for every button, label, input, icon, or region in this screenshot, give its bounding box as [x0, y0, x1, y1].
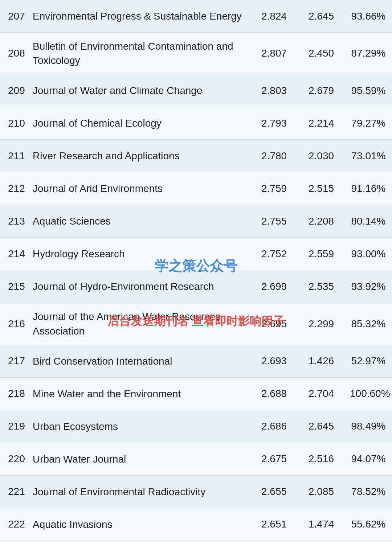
journal-name: Journal of Arid Environments [25, 175, 250, 202]
impact-factor: 2.675 [250, 447, 298, 471]
impact-factor: 2.793 [250, 111, 298, 136]
percentile: 91.16% [345, 176, 392, 201]
journal-name: Urban Ecosystems [25, 413, 250, 440]
five-year-if: 2.645 [298, 4, 345, 29]
impact-factor: 2.824 [250, 4, 298, 29]
five-year-if: 2.559 [298, 242, 345, 266]
five-year-if: 2.030 [298, 144, 345, 168]
table-row: 211 River Research and Applications 2.78… [0, 140, 392, 172]
journal-name: Journal of Hydro-Environment Research [25, 273, 250, 300]
table-row: 219 Urban Ecosystems 2.686 2.645 98.49% [0, 410, 392, 443]
row-number: 220 [0, 447, 25, 471]
five-year-if: 2.535 [298, 274, 345, 299]
journal-name: Urban Water Journal [25, 446, 250, 473]
table-row: 215 Journal of Hydro-Environment Researc… [0, 270, 392, 303]
journal-name: Bulletin of Environmental Contamination … [25, 33, 250, 74]
percentile: 79.27% [345, 111, 392, 136]
five-year-if: 2.704 [298, 381, 345, 406]
five-year-if: 1.426 [298, 349, 345, 373]
percentile: 80.14% [345, 209, 392, 234]
table-row: 222 Aquatic Invasions 2.651 1.474 55.62% [0, 508, 392, 541]
row-number: 215 [0, 274, 25, 299]
table-row: 209 Journal of Water and Climate Change … [0, 74, 392, 107]
journal-name: Aquatic Invasions [25, 511, 250, 538]
impact-factor: 2.803 [250, 78, 298, 103]
table-row: 214 Hydrology Research 2.752 2.559 93.00… [0, 238, 392, 270]
row-number: 217 [0, 349, 25, 373]
row-number: 207 [0, 4, 25, 29]
impact-factor: 2.693 [250, 349, 298, 373]
percentile: 93.00% [345, 242, 392, 266]
table-row: 207 Environmental Progress & Sustainable… [0, 0, 392, 33]
journal-name: Journal of Environmental Radioactivity [25, 478, 250, 505]
percentile: 93.92% [345, 274, 392, 299]
percentile: 73.01% [345, 144, 392, 168]
impact-factor: 2.651 [250, 512, 298, 537]
impact-factor: 2.688 [250, 381, 298, 406]
five-year-if: 2.208 [298, 209, 345, 234]
percentile: 94.07% [345, 447, 392, 471]
row-number: 209 [0, 78, 25, 103]
journal-name: River Research and Applications [25, 142, 250, 169]
impact-factor: 2.699 [250, 274, 298, 299]
row-number: 222 [0, 512, 25, 537]
table-row: 216 Journal of the American Water Resour… [0, 303, 392, 345]
impact-factor: 2.752 [250, 242, 298, 266]
percentile: 52.97% [345, 349, 392, 373]
five-year-if: 2.645 [298, 414, 345, 439]
impact-factor: 2.655 [250, 479, 298, 504]
five-year-if: 2.085 [298, 479, 345, 504]
table-row: 221 Journal of Environmental Radioactivi… [0, 476, 392, 508]
five-year-if: 1.474 [298, 512, 345, 537]
percentile: 98.49% [345, 414, 392, 439]
row-number: 210 [0, 111, 25, 136]
row-number: 216 [0, 312, 25, 336]
percentile: 55.62% [345, 512, 392, 537]
percentile: 95.59% [345, 78, 392, 103]
five-year-if: 2.299 [298, 312, 345, 336]
journal-name: Journal of Water and Climate Change [25, 77, 250, 104]
journal-name: Journal of Chemical Ecology [25, 110, 250, 137]
impact-factor: 2.807 [250, 41, 298, 66]
impact-factor: 2.759 [250, 176, 298, 201]
table-row: 212 Journal of Arid Environments 2.759 2… [0, 172, 392, 205]
table-row: 220 Urban Water Journal 2.675 2.516 94.0… [0, 443, 392, 476]
journal-name: Aquatic Sciences [25, 208, 250, 235]
journal-name: Hydrology Research [25, 240, 250, 267]
five-year-if: 2.515 [298, 176, 345, 201]
row-number: 219 [0, 414, 25, 439]
five-year-if: 2.679 [298, 78, 345, 103]
table-row: 217 Bird Conservation International 2.69… [0, 345, 392, 378]
table-row: 213 Aquatic Sciences 2.755 2.208 80.14% [0, 205, 392, 238]
row-number: 208 [0, 41, 25, 66]
percentile: 87.29% [345, 41, 392, 66]
row-number: 212 [0, 176, 25, 201]
row-number: 214 [0, 242, 25, 266]
table-row: 208 Bulletin of Environmental Contaminat… [0, 33, 392, 74]
impact-factor: 2.695 [250, 312, 298, 336]
journal-name: Mine Water and the Environment [25, 380, 250, 407]
percentile: 78.52% [345, 479, 392, 504]
five-year-if: 2.450 [298, 41, 345, 66]
percentile: 85.32% [345, 312, 392, 336]
journal-name: Bird Conservation International [25, 348, 250, 375]
table-row: 218 Mine Water and the Environment 2.688… [0, 378, 392, 410]
journal-table: 207 Environmental Progress & Sustainable… [0, 0, 392, 541]
five-year-if: 2.214 [298, 111, 345, 136]
journal-name: Journal of the American Water Resources … [25, 303, 250, 344]
row-number: 213 [0, 209, 25, 234]
percentile: 100.60% [345, 381, 392, 406]
impact-factor: 2.686 [250, 414, 298, 439]
percentile: 93.66% [345, 4, 392, 29]
impact-factor: 2.755 [250, 209, 298, 234]
row-number: 211 [0, 144, 25, 168]
journal-name: Environmental Progress & Sustainable Ene… [25, 3, 250, 30]
row-number: 221 [0, 479, 25, 504]
five-year-if: 2.516 [298, 447, 345, 471]
impact-factor: 2.780 [250, 144, 298, 168]
row-number: 218 [0, 381, 25, 406]
table-row: 210 Journal of Chemical Ecology 2.793 2.… [0, 107, 392, 140]
